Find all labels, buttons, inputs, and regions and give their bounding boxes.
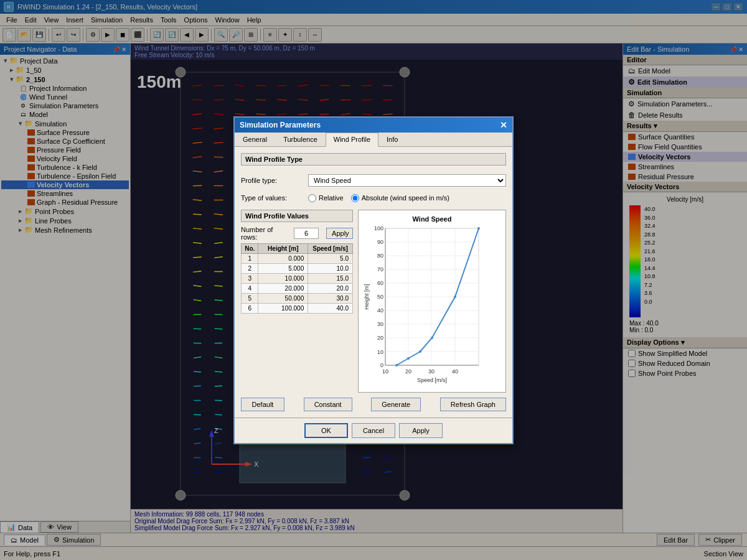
modal-overlay: Simulation Parameters ✕ General Turbulen… <box>0 0 747 560</box>
profile-type-row: Profile type: Wind Speed Power Law Log L… <box>241 174 506 187</box>
cell-no: 6 <box>242 303 258 313</box>
cell-no: 4 <box>242 283 258 293</box>
ok-button[interactable]: OK <box>304 423 348 438</box>
svg-text:Height [m]: Height [m] <box>364 284 370 309</box>
wind-profile-values-label: Wind Profile Values <box>241 210 353 222</box>
wp-left: Wind Profile Values Number of rows: Appl… <box>241 210 353 393</box>
svg-text:80: 80 <box>377 253 383 259</box>
modal-footer: OK Cancel Apply <box>235 418 512 443</box>
cancel-button[interactable]: Cancel <box>352 423 395 438</box>
svg-text:10: 10 <box>377 349 383 355</box>
type-of-values-label: Type of values: <box>241 194 303 202</box>
default-button[interactable]: Default <box>241 398 284 411</box>
svg-text:0: 0 <box>380 362 383 368</box>
wind-profile-content: Wind Profile Values Number of rows: Appl… <box>241 210 506 393</box>
svg-text:20: 20 <box>405 368 411 375</box>
col-speed: Speed [m/s] <box>308 243 353 253</box>
tab-turbulence[interactable]: Turbulence <box>275 133 326 146</box>
cell-height[interactable] <box>258 263 308 273</box>
cell-no: 3 <box>242 273 258 283</box>
modal-close-button[interactable]: ✕ <box>500 120 507 130</box>
simulation-parameters-modal: Simulation Parameters ✕ General Turbulen… <box>233 116 514 444</box>
cell-height[interactable] <box>258 283 308 293</box>
table-row: 2 <box>242 263 353 273</box>
svg-point-558 <box>419 350 421 353</box>
cell-no: 1 <box>242 253 258 263</box>
profile-type-select[interactable]: Wind Speed Power Law Log Law <box>308 174 506 187</box>
num-rows-input[interactable] <box>294 228 319 239</box>
modal-titlebar: Simulation Parameters ✕ <box>235 118 512 133</box>
num-rows-row: Number of rows: Apply <box>241 226 353 241</box>
svg-point-560 <box>454 296 456 298</box>
col-height: Height [m] <box>258 243 308 253</box>
table-row: 1 <box>242 253 353 263</box>
wind-speed-svg: 0 10 20 30 40 50 60 70 80 90 100 <box>364 225 485 387</box>
svg-text:30: 30 <box>428 368 435 375</box>
relative-radio-label[interactable]: Relative <box>308 194 344 202</box>
cell-speed[interactable] <box>308 293 353 303</box>
svg-text:40: 40 <box>377 307 383 314</box>
cell-no: 2 <box>242 263 258 273</box>
svg-point-557 <box>407 357 410 360</box>
absolute-label: Absolute (wind speed in m/s) <box>362 194 449 202</box>
absolute-radio-label[interactable]: Absolute (wind speed in m/s) <box>351 194 449 202</box>
cell-height[interactable] <box>258 253 308 263</box>
cell-speed[interactable] <box>308 253 353 263</box>
absolute-radio[interactable] <box>351 194 359 202</box>
wind-profile-table: No. Height [m] Speed [m/s] 123456 <box>241 243 353 314</box>
cell-height[interactable] <box>258 273 308 283</box>
svg-text:40: 40 <box>452 368 458 375</box>
apply-rows-button[interactable]: Apply <box>326 228 353 239</box>
relative-radio[interactable] <box>308 194 316 202</box>
table-row: 3 <box>242 273 353 283</box>
table-body: 123456 <box>242 253 353 313</box>
tab-wind-profile[interactable]: Wind Profile <box>326 133 378 147</box>
modal-body: Wind Profile Type Profile type: Wind Spe… <box>235 147 512 418</box>
wind-speed-chart: Wind Speed <box>358 210 506 393</box>
svg-point-559 <box>431 337 433 339</box>
tab-info[interactable]: Info <box>378 133 406 146</box>
radio-group: Relative Absolute (wind speed in m/s) <box>308 194 449 202</box>
svg-point-561 <box>477 227 480 230</box>
constant-button[interactable]: Constant <box>304 398 352 411</box>
type-of-values-row: Type of values: Relative Absolute (wind … <box>241 194 506 202</box>
chart-title: Wind Speed <box>364 215 500 223</box>
cell-height[interactable] <box>258 293 308 303</box>
table-row: 5 <box>242 293 353 303</box>
cell-speed[interactable] <box>308 263 353 273</box>
svg-text:Speed [m/s]: Speed [m/s] <box>417 377 447 383</box>
num-rows-label: Number of rows: <box>241 226 286 241</box>
wind-profile-type-label: Wind Profile Type <box>241 153 506 166</box>
svg-text:100: 100 <box>374 225 383 231</box>
tab-general[interactable]: General <box>235 133 275 146</box>
modal-title: Simulation Parameters <box>240 121 321 129</box>
modal-tabs: General Turbulence Wind Profile Info <box>235 133 512 147</box>
profile-type-label: Profile type: <box>241 177 303 184</box>
modal-apply-button[interactable]: Apply <box>399 423 443 438</box>
svg-text:30: 30 <box>377 321 383 327</box>
cell-height[interactable] <box>258 303 308 313</box>
svg-text:60: 60 <box>377 280 383 286</box>
svg-text:20: 20 <box>377 335 383 341</box>
table-row: 6 <box>242 303 353 313</box>
generate-button[interactable]: Generate <box>371 398 421 411</box>
svg-point-556 <box>395 364 398 366</box>
cell-speed[interactable] <box>308 303 353 313</box>
wp-right: Wind Speed <box>358 210 506 393</box>
refresh-graph-button[interactable]: Refresh Graph <box>440 398 506 411</box>
table-row: 4 <box>242 283 353 293</box>
modal-action-buttons: Default Constant Generate Refresh Graph <box>241 398 506 411</box>
relative-label: Relative <box>319 194 344 202</box>
col-no: No. <box>242 243 258 253</box>
svg-text:10: 10 <box>382 368 388 375</box>
svg-text:90: 90 <box>377 239 383 245</box>
svg-text:70: 70 <box>377 266 383 273</box>
cell-speed[interactable] <box>308 273 353 283</box>
svg-text:50: 50 <box>377 294 383 300</box>
cell-speed[interactable] <box>308 283 353 293</box>
cell-no: 5 <box>242 293 258 303</box>
